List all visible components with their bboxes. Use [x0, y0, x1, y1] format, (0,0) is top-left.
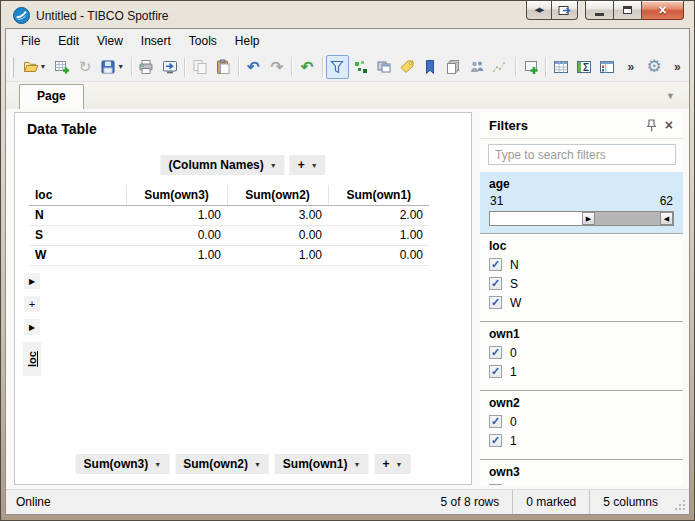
column-axis-add-button[interactable]: +▼ — [290, 155, 326, 175]
line-chart-button[interactable] — [489, 55, 512, 79]
close-icon: × — [665, 117, 673, 133]
maximize-button[interactable] — [614, 1, 642, 20]
send-to-presentation-button[interactable] — [158, 55, 181, 79]
column-header[interactable]: loc — [29, 185, 126, 205]
slider-handle-upper[interactable]: ◀ — [660, 212, 673, 225]
open-button[interactable]: ▼ — [19, 55, 50, 79]
cell-value[interactable]: 1.00 — [126, 245, 227, 265]
checkbox-checked-icon[interactable]: ✓ — [489, 296, 502, 309]
checkbox-checked-icon[interactable]: ✓ — [489, 434, 502, 447]
toolbar-overflow-button[interactable]: » — [619, 55, 642, 79]
summary-table-button[interactable]: Σ — [572, 55, 595, 79]
cell-value[interactable]: 1.00 — [227, 245, 328, 265]
table-row[interactable]: W 1.00 1.00 0.00 — [29, 245, 429, 265]
cross-table[interactable]: loc Sum(own3) Sum(own2) Sum(own1) N 1.00… — [29, 185, 429, 266]
column-axis-button[interactable]: (Column Names)▼ — [160, 155, 284, 175]
checkbox-checked-icon[interactable]: ✓ — [489, 346, 502, 359]
close-panel-button[interactable]: × — [661, 117, 677, 133]
measure-axis-button-own3[interactable]: Sum(own3)▼ — [76, 454, 170, 474]
redo-button[interactable]: ↷ — [265, 55, 288, 79]
minimize-button[interactable] — [585, 1, 614, 20]
column-header[interactable]: Sum(own2) — [227, 185, 328, 205]
pop-out-button[interactable] — [552, 1, 578, 20]
details-visualization-button[interactable] — [372, 55, 395, 79]
tag-button[interactable] — [395, 55, 418, 79]
revert-button[interactable]: ↶ — [295, 55, 318, 79]
checkbox-row[interactable]: ✓ W — [489, 295, 674, 310]
filter-group-age[interactable]: age 31 62 ▶ ◀ — [480, 172, 683, 233]
cell-value[interactable]: 0.00 — [328, 245, 429, 265]
toolbar-overflow-button-2[interactable]: » — [666, 55, 689, 79]
menu-help[interactable]: Help — [226, 31, 269, 51]
checkbox-label: 0 — [510, 346, 517, 360]
cross-table-button[interactable] — [596, 55, 619, 79]
range-slider[interactable]: ▶ ◀ — [489, 211, 674, 226]
menu-tools[interactable]: Tools — [180, 31, 226, 51]
settings-button[interactable]: ⚙ — [642, 55, 665, 79]
checkbox-row[interactable]: ✓ 1 — [489, 433, 674, 448]
duplicate-button[interactable] — [442, 55, 465, 79]
undo-button[interactable]: ↶ — [242, 55, 265, 79]
table-row[interactable]: S 0.00 0.00 1.00 — [29, 225, 429, 245]
row-axis-add-button[interactable]: + — [24, 296, 40, 312]
dock-compare-button[interactable]: ◀▶ — [526, 1, 552, 20]
menu-file[interactable]: File — [12, 31, 49, 51]
cell-value[interactable]: 0.00 — [227, 225, 328, 245]
slider-handle-lower[interactable]: ▶ — [582, 212, 595, 225]
add-data-table-button[interactable] — [50, 55, 73, 79]
menu-edit[interactable]: Edit — [49, 31, 88, 51]
marking-button[interactable] — [349, 55, 372, 79]
checkbox-row[interactable]: ✓ 0 — [489, 414, 674, 429]
measure-axis-button-own2[interactable]: Sum(own2)▼ — [175, 454, 269, 474]
column-header[interactable]: Sum(own3) — [126, 185, 227, 205]
menu-view[interactable]: View — [88, 31, 132, 51]
table-row[interactable]: N 1.00 3.00 2.00 — [29, 205, 429, 225]
save-button[interactable]: ▼ — [97, 55, 128, 79]
checkbox-row[interactable]: ✓ 0 — [489, 345, 674, 360]
bookmark-button[interactable] — [419, 55, 442, 79]
row-axis-button[interactable]: loc — [23, 342, 41, 376]
cell-value[interactable]: 0.00 — [126, 225, 227, 245]
row-axis-arrow-button[interactable]: ▶ — [24, 319, 40, 335]
cell-value[interactable]: 1.00 — [328, 225, 429, 245]
menu-bar: File Edit View Insert Tools Help — [6, 29, 689, 52]
pin-panel-button[interactable] — [642, 119, 661, 132]
data-table-viz-button[interactable] — [549, 55, 572, 79]
checkbox-checked-icon[interactable]: ✓ — [489, 365, 502, 378]
resize-grip[interactable] — [673, 500, 686, 513]
row-label: N — [29, 205, 126, 225]
checkbox-checked-icon[interactable]: ✓ — [489, 415, 502, 428]
checkbox-row[interactable]: ✓ 0 — [489, 483, 674, 485]
new-visualization-button[interactable] — [519, 55, 542, 79]
reload-data-button[interactable]: ↻ — [73, 55, 96, 79]
connection-status: Online — [16, 495, 428, 509]
print-button[interactable] — [135, 55, 158, 79]
column-header[interactable]: Sum(own1) — [328, 185, 429, 205]
measure-axis-add-button[interactable]: +▼ — [374, 454, 410, 474]
toolbar-separator — [184, 57, 185, 77]
checkbox-row[interactable]: ✓ N — [489, 257, 674, 272]
checkbox-row[interactable]: ✓ 1 — [489, 364, 674, 379]
menu-insert[interactable]: Insert — [132, 31, 180, 51]
tab-overflow-arrow-icon[interactable]: ▼ — [666, 91, 675, 101]
toolbar-grip[interactable] — [11, 57, 14, 77]
collaboration-button[interactable] — [465, 55, 488, 79]
paste-button[interactable] — [211, 55, 234, 79]
row-axis-expand-button[interactable]: ▶ — [24, 273, 40, 289]
cross-table-visualization[interactable]: Data Table (Column Names)▼ +▼ loc Sum(ow… — [14, 112, 472, 485]
cell-value[interactable]: 2.00 — [328, 205, 429, 225]
checkbox-checked-icon[interactable]: ✓ — [489, 484, 502, 485]
checkbox-checked-icon[interactable]: ✓ — [489, 277, 502, 290]
filter-search-input[interactable] — [488, 144, 676, 165]
copy-button[interactable] — [188, 55, 211, 79]
checkbox-checked-icon[interactable]: ✓ — [489, 258, 502, 271]
filter-group-own2: own2 ✓ 0 ✓ 1 — [480, 390, 683, 459]
cell-value[interactable]: 3.00 — [227, 205, 328, 225]
cell-value[interactable]: 1.00 — [126, 205, 227, 225]
triangle-right-icon: ▶ — [29, 277, 35, 286]
checkbox-row[interactable]: ✓ S — [489, 276, 674, 291]
filters-toggle-button[interactable] — [326, 55, 349, 79]
measure-axis-button-own1[interactable]: Sum(own1)▼ — [275, 454, 369, 474]
tab-page[interactable]: Page — [19, 84, 84, 109]
close-button[interactable]: × — [642, 1, 684, 20]
